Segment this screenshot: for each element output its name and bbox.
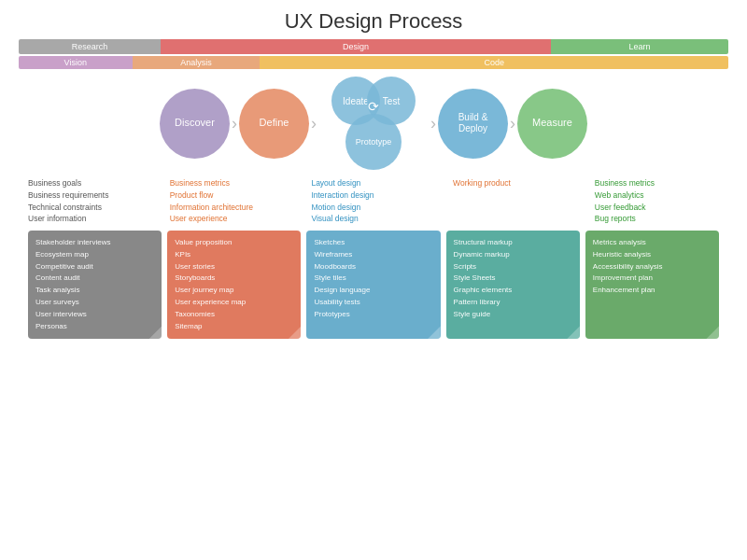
bar-research: Research: [19, 39, 161, 54]
bar-analysis: Analysis: [133, 56, 261, 69]
info-build: Working product: [453, 177, 577, 225]
bar-learn: Learn: [551, 39, 728, 54]
bar-vision: Vision: [19, 56, 133, 69]
bottom-measure: Metrics analysis Heuristic analysis Acce…: [585, 231, 719, 339]
sync-icon: ⟳: [368, 99, 379, 114]
process-row: Discover › Define › Ideate Test Prototyp…: [19, 77, 728, 170]
page-title: UX Design Process: [19, 9, 728, 34]
discover-circle: Discover: [160, 89, 230, 159]
info-define: Business metrics Product flow Informatio…: [170, 177, 294, 225]
info-discover: Business goals Business requirements Tec…: [28, 177, 152, 225]
bar-code: Code: [260, 56, 728, 69]
arrow1: ›: [232, 115, 237, 132]
build-wrap: Build & Deploy: [438, 89, 508, 159]
bottom-row: Stakeholder interviews Ecosystem map Com…: [19, 231, 728, 339]
info-design: Layout design Interaction design Motion …: [311, 177, 435, 225]
bottom-define: Value proposition KPIs User stories Stor…: [167, 231, 301, 339]
phase-bar-row1: Research Design Learn: [19, 39, 728, 54]
build-circle: Build & Deploy: [438, 89, 508, 159]
trefoil-wrap: Ideate Test Prototype ⟳: [322, 77, 425, 170]
arrow2: ›: [311, 115, 317, 132]
page: UX Design Process Research Design Learn …: [0, 0, 747, 560]
info-measure: Business metrics Web analytics User feed…: [595, 177, 719, 225]
measure-circle: Measure: [517, 89, 587, 159]
discover-wrap: Discover: [160, 89, 230, 159]
arrow3: ›: [430, 115, 436, 132]
define-circle: Define: [239, 89, 309, 159]
bar-design: Design: [161, 39, 551, 54]
measure-wrap: Measure: [517, 89, 587, 159]
bottom-discover: Stakeholder interviews Ecosystem map Com…: [28, 231, 162, 339]
define-wrap: Define: [239, 89, 309, 159]
bottom-design: Sketches Wireframes Moodboards Style til…: [306, 231, 440, 339]
info-row: Business goals Business requirements Tec…: [19, 177, 728, 225]
phase-bar-row2: Vision Analysis Code: [19, 56, 728, 69]
arrow4: ›: [510, 115, 515, 132]
bottom-build: Structural markup Dynamic markup Scripts…: [446, 231, 580, 339]
prototype-circle: Prototype: [345, 114, 402, 170]
